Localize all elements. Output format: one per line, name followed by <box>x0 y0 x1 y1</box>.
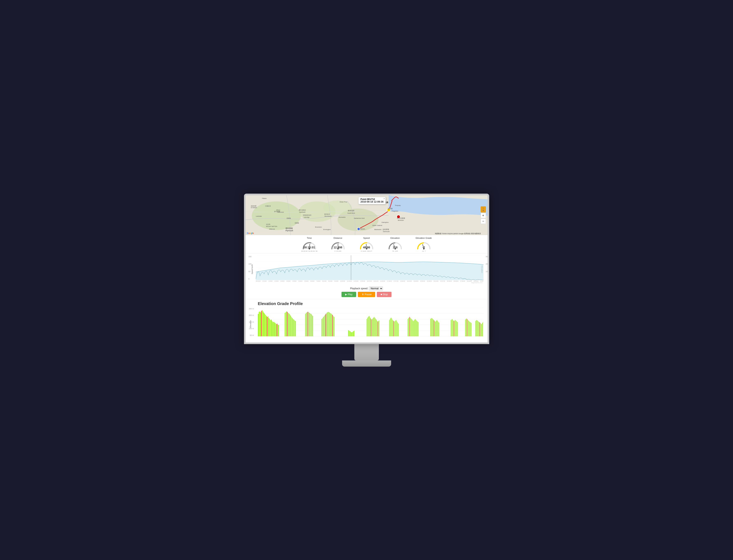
svg-rect-123 <box>323 317 324 336</box>
svg-text:Torquay: Torquay <box>395 204 400 206</box>
play-button[interactable]: ▶ Play <box>342 292 356 297</box>
svg-text:Ermington: Ermington <box>323 229 331 230</box>
svg-rect-175 <box>394 321 395 336</box>
svg-rect-138 <box>349 331 350 336</box>
svg-rect-157 <box>374 317 374 336</box>
svg-text:St Mellion: St Mellion <box>251 207 257 208</box>
svg-rect-126 <box>326 314 326 336</box>
svg-rect-146 <box>367 318 367 336</box>
svg-rect-207 <box>434 321 435 336</box>
playback-speed-select[interactable]: Normal Fast Slow <box>369 286 383 291</box>
svg-rect-116 <box>309 313 310 336</box>
svg-text:Galmpton: Galmpton <box>381 221 389 223</box>
svg-rect-169 <box>391 318 391 336</box>
street-view-icon[interactable]: 🚶 <box>481 206 486 212</box>
svg-rect-167 <box>390 319 390 336</box>
svg-rect-240 <box>476 320 477 336</box>
svg-rect-87 <box>271 320 272 336</box>
svg-text:Pillaton: Pillaton <box>262 198 267 199</box>
svg-rect-248 <box>481 324 482 336</box>
svg-rect-250 <box>482 322 483 336</box>
svg-rect-121 <box>322 319 322 336</box>
svg-rect-85 <box>269 319 270 336</box>
svg-rect-91 <box>274 322 275 336</box>
gauge-elevation-grade-label: Elevation Grade <box>416 237 432 239</box>
chart-container: 150 100 50 0 300 m 200 m 100 m 0 m <box>256 256 483 280</box>
svg-rect-182 <box>407 319 408 336</box>
svg-rect-218 <box>452 320 453 336</box>
svg-rect-88 <box>272 321 273 336</box>
svg-text:普利茅斯: 普利茅斯 <box>286 227 293 229</box>
svg-rect-205 <box>433 320 433 336</box>
svg-rect-198 <box>417 322 418 336</box>
svg-rect-222 <box>455 320 455 336</box>
zoom-out-button[interactable]: − <box>481 219 486 224</box>
svg-rect-180 <box>398 323 398 336</box>
svg-rect-181 <box>398 324 399 336</box>
svg-rect-246 <box>480 323 480 336</box>
svg-rect-210 <box>436 320 437 336</box>
gauge-elevation: Elevation 118 51 225 <box>387 237 403 252</box>
svg-text:圣桐地: 圣桐地 <box>287 218 291 219</box>
tooltip-close[interactable]: × <box>383 198 385 200</box>
svg-rect-82 <box>267 317 268 336</box>
svg-text:Blackauton: Blackauton <box>374 229 381 230</box>
svg-rect-124 <box>324 316 325 336</box>
gauge-speed: Speed 48.86 0 km/h 100.27 <box>359 237 375 252</box>
svg-rect-133 <box>331 314 332 336</box>
svg-rect-249 <box>482 323 482 336</box>
tooltip-point: Point:381/712 <box>361 198 383 200</box>
svg-rect-186 <box>410 318 410 336</box>
svg-rect-79 <box>265 314 265 336</box>
svg-rect-228 <box>465 319 466 336</box>
svg-rect-188 <box>411 319 411 336</box>
svg-rect-128 <box>327 312 328 336</box>
svg-rect-226 <box>457 322 458 336</box>
svg-rect-195 <box>415 320 416 336</box>
svg-rect-170 <box>391 318 392 336</box>
svg-text:南布伦特: 南布伦特 <box>348 210 355 212</box>
svg-text:Stoke Gabriel: Stoke Gabriel <box>372 224 382 226</box>
svg-text:艾维布里克市: 艾维布里克市 <box>303 214 312 216</box>
svg-rect-214 <box>439 322 439 336</box>
svg-rect-184 <box>409 318 409 336</box>
svg-rect-217 <box>452 319 452 336</box>
svg-rect-223 <box>455 320 456 336</box>
svg-rect-97 <box>285 313 285 336</box>
svg-rect-135 <box>333 316 334 336</box>
chart-section: Speed km/h Elevation 150 100 50 0 300 m … <box>246 254 487 285</box>
svg-text:布里克瑟姆: 布里克瑟姆 <box>397 217 405 219</box>
svg-rect-93 <box>276 324 277 336</box>
svg-rect-233 <box>468 321 469 336</box>
svg-rect-220 <box>454 321 454 336</box>
stop-button[interactable]: ■ Stop <box>377 292 391 297</box>
monitor-stand <box>342 360 391 367</box>
svg-text:Plymouth: Plymouth <box>286 230 293 232</box>
svg-rect-244 <box>479 322 479 336</box>
svg-rect-111 <box>305 314 306 336</box>
svg-rect-197 <box>417 321 417 336</box>
svg-rect-183 <box>408 318 408 336</box>
gauge-elevation-label: Elevation <box>390 237 400 239</box>
svg-rect-209 <box>436 321 436 336</box>
zoom-in-button[interactable]: + <box>481 213 486 218</box>
svg-rect-151 <box>370 318 370 336</box>
svg-rect-163 <box>377 322 378 336</box>
svg-rect-236 <box>470 322 471 336</box>
svg-rect-241 <box>477 320 477 336</box>
svg-rect-74 <box>260 312 261 336</box>
map-controls: 🚶 + − <box>481 206 486 224</box>
svg-rect-178 <box>396 321 397 336</box>
svg-rect-103 <box>289 314 290 336</box>
svg-text:莫尔哈文: 莫尔哈文 <box>324 213 330 215</box>
svg-rect-208 <box>435 322 435 336</box>
pause-button[interactable]: ⏸ Pause <box>358 292 375 297</box>
gauge-time-container: 00:16:01 <box>301 240 318 250</box>
svg-rect-136 <box>334 317 334 336</box>
gauge-time-value: 00:16:01 <box>304 246 315 249</box>
svg-rect-216 <box>451 320 451 336</box>
svg-rect-185 <box>409 317 410 336</box>
svg-rect-160 <box>376 319 376 336</box>
svg-rect-173 <box>393 321 394 336</box>
svg-rect-95 <box>278 324 278 336</box>
